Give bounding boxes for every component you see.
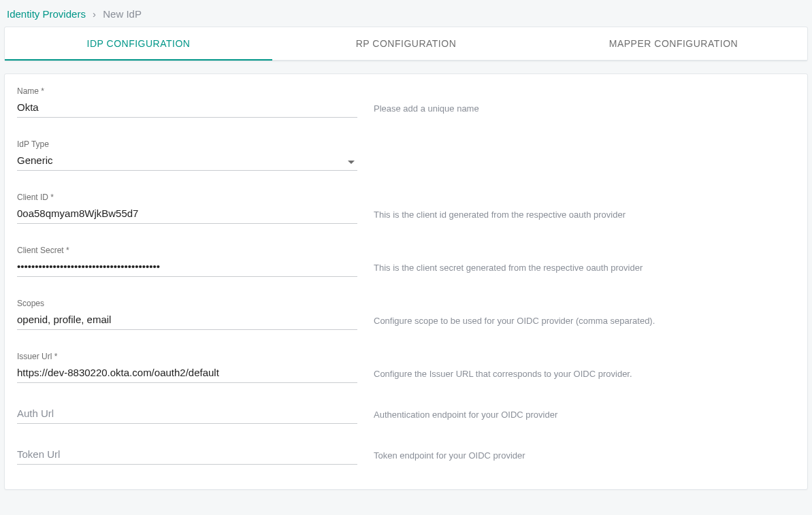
form-area: Name * Please add a unique name IdP Type… [5,74,807,489]
hint-client-id: This is the client id generated from the… [357,210,795,224]
input-issuer-url[interactable] [17,364,357,383]
input-name[interactable] [17,99,357,118]
tab-rp-configuration[interactable]: RP CONFIGURATION [272,27,540,60]
hint-auth-url: Authentication endpoint for your OIDC pr… [357,410,795,424]
label-idp-type: IdP Type [17,139,357,149]
input-client-id[interactable] [17,205,357,224]
input-client-secret[interactable] [17,258,357,277]
hint-name: Please add a unique name [357,103,795,118]
label-client-id: Client ID * [17,193,357,202]
label-scopes: Scopes [17,299,357,308]
breadcrumb-separator: › [93,8,96,20]
breadcrumb-current: New IdP [103,8,142,20]
tab-idp-configuration[interactable]: IDP CONFIGURATION [5,27,272,60]
row-scopes: Scopes Configure scope to be used for yo… [17,299,795,330]
label-client-secret: Client Secret * [17,246,357,255]
hint-scopes: Configure scope to be used for your OIDC… [357,316,795,330]
select-idp-type[interactable]: Generic [17,152,357,171]
tab-mapper-configuration[interactable]: MAPPER CONFIGURATION [540,27,807,60]
label-issuer-url: Issuer Url * [17,352,357,361]
tabs-bar: IDP CONFIGURATION RP CONFIGURATION MAPPE… [5,27,807,61]
row-token-url: Token endpoint for your OIDC provider [17,446,795,465]
hint-idp-type [357,167,795,171]
hint-token-url: Token endpoint for your OIDC provider [357,450,795,465]
row-client-id: Client ID * This is the client id genera… [17,193,795,224]
input-auth-url[interactable] [17,405,357,424]
form-card: Name * Please add a unique name IdP Type… [4,73,808,490]
input-scopes[interactable] [17,311,357,330]
row-client-secret: Client Secret * This is the client secre… [17,246,795,277]
breadcrumb-root-link[interactable]: Identity Providers [7,8,86,20]
select-idp-type-value: Generic [17,152,357,171]
label-name: Name * [17,86,357,96]
row-idp-type: IdP Type Generic [17,139,795,171]
breadcrumb: Identity Providers › New IdP [4,4,808,27]
row-name: Name * Please add a unique name [17,86,795,118]
page-root: Identity Providers › New IdP IDP CONFIGU… [0,0,812,497]
hint-issuer-url: Configure the Issuer URL that correspond… [357,369,795,383]
row-issuer-url: Issuer Url * Configure the Issuer URL th… [17,352,795,383]
hint-client-secret: This is the client secret generated from… [357,263,795,277]
row-auth-url: Authentication endpoint for your OIDC pr… [17,405,795,424]
tabs-card: IDP CONFIGURATION RP CONFIGURATION MAPPE… [4,27,808,61]
input-token-url[interactable] [17,446,357,465]
